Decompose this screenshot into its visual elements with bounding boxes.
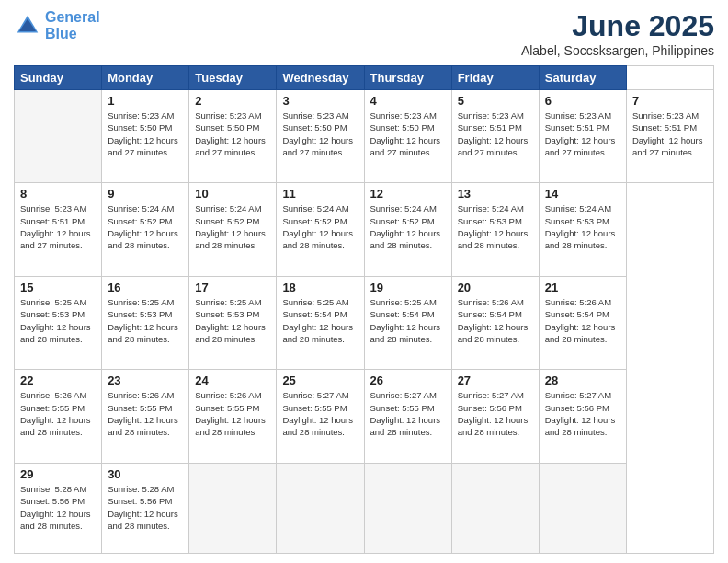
day-info: Sunrise: 5:23 AMSunset: 5:51 PMDaylight:… — [458, 109, 533, 158]
day-number: 25 — [282, 373, 358, 387]
day-number: 23 — [108, 373, 183, 387]
calendar-week-2: 15Sunrise: 5:25 AMSunset: 5:53 PMDayligh… — [15, 276, 714, 369]
day-number: 21 — [545, 281, 620, 294]
calendar-header-wednesday: Wednesday — [277, 66, 364, 90]
day-info: Sunrise: 5:27 AMSunset: 5:55 PMDaylight:… — [282, 389, 358, 438]
calendar-week-1: 8Sunrise: 5:23 AMSunset: 5:51 PMDaylight… — [15, 183, 714, 276]
calendar-cell: 1Sunrise: 5:23 AMSunset: 5:50 PMDaylight… — [102, 90, 189, 183]
day-info: Sunrise: 5:26 AMSunset: 5:55 PMDaylight:… — [108, 389, 183, 438]
day-number: 1 — [108, 94, 183, 108]
day-info: Sunrise: 5:27 AMSunset: 5:56 PMDaylight:… — [458, 389, 533, 438]
day-number: 16 — [108, 281, 183, 294]
day-info: Sunrise: 5:25 AMSunset: 5:53 PMDaylight:… — [195, 296, 270, 345]
calendar-cell: 13Sunrise: 5:24 AMSunset: 5:53 PMDayligh… — [451, 183, 539, 276]
day-number: 13 — [458, 187, 533, 201]
day-number: 22 — [20, 373, 96, 387]
day-number: 24 — [195, 373, 270, 387]
day-number: 28 — [545, 373, 620, 387]
day-number: 14 — [545, 187, 620, 201]
day-info: Sunrise: 5:26 AMSunset: 5:55 PMDaylight:… — [20, 389, 96, 438]
calendar-cell: 17Sunrise: 5:25 AMSunset: 5:53 PMDayligh… — [189, 276, 277, 369]
day-info: Sunrise: 5:24 AMSunset: 5:53 PMDaylight:… — [458, 202, 533, 251]
day-info: Sunrise: 5:23 AMSunset: 5:50 PMDaylight:… — [108, 109, 183, 158]
day-number: 18 — [282, 281, 358, 294]
day-info: Sunrise: 5:23 AMSunset: 5:51 PMDaylight:… — [20, 202, 96, 251]
day-info: Sunrise: 5:24 AMSunset: 5:52 PMDaylight:… — [108, 202, 183, 251]
calendar-cell: 14Sunrise: 5:24 AMSunset: 5:53 PMDayligh… — [539, 183, 626, 276]
calendar-cell: 11Sunrise: 5:24 AMSunset: 5:52 PMDayligh… — [277, 183, 364, 276]
day-number: 6 — [545, 94, 620, 108]
calendar-header-thursday: Thursday — [364, 66, 451, 90]
logo: General Blue — [14, 9, 100, 41]
day-number: 11 — [282, 187, 358, 201]
calendar-cell — [189, 463, 277, 553]
calendar-cell: 8Sunrise: 5:23 AMSunset: 5:51 PMDaylight… — [15, 183, 102, 276]
calendar-cell: 28Sunrise: 5:27 AMSunset: 5:56 PMDayligh… — [539, 370, 626, 463]
calendar-header-tuesday: Tuesday — [189, 66, 277, 90]
day-number: 20 — [458, 281, 533, 294]
calendar-header-monday: Monday — [102, 66, 189, 90]
calendar-cell: 22Sunrise: 5:26 AMSunset: 5:55 PMDayligh… — [15, 370, 102, 463]
calendar-cell: 29Sunrise: 5:28 AMSunset: 5:56 PMDayligh… — [15, 463, 102, 553]
day-info: Sunrise: 5:24 AMSunset: 5:52 PMDaylight:… — [370, 202, 446, 251]
day-info: Sunrise: 5:23 AMSunset: 5:50 PMDaylight:… — [370, 109, 446, 158]
calendar-header-saturday: Saturday — [539, 66, 626, 90]
day-number: 12 — [370, 187, 446, 201]
calendar-cell: 25Sunrise: 5:27 AMSunset: 5:55 PMDayligh… — [277, 370, 364, 463]
day-info: Sunrise: 5:28 AMSunset: 5:56 PMDaylight:… — [108, 483, 183, 532]
calendar-cell: 7Sunrise: 5:23 AMSunset: 5:51 PMDaylight… — [626, 90, 713, 183]
calendar-cell: 5Sunrise: 5:23 AMSunset: 5:51 PMDaylight… — [451, 90, 539, 183]
calendar-cell: 6Sunrise: 5:23 AMSunset: 5:51 PMDaylight… — [539, 90, 626, 183]
calendar-cell: 10Sunrise: 5:24 AMSunset: 5:52 PMDayligh… — [189, 183, 277, 276]
calendar-header-row: SundayMondayTuesdayWednesdayThursdayFrid… — [15, 66, 714, 90]
calendar-cell: 18Sunrise: 5:25 AMSunset: 5:54 PMDayligh… — [277, 276, 364, 369]
day-info: Sunrise: 5:25 AMSunset: 5:54 PMDaylight:… — [282, 296, 358, 345]
day-number: 26 — [370, 373, 446, 387]
day-info: Sunrise: 5:24 AMSunset: 5:53 PMDaylight:… — [545, 202, 620, 251]
calendar-week-0: 1Sunrise: 5:23 AMSunset: 5:50 PMDaylight… — [15, 90, 714, 183]
day-number: 9 — [108, 187, 183, 201]
day-info: Sunrise: 5:27 AMSunset: 5:56 PMDaylight:… — [545, 389, 620, 438]
calendar-table: SundayMondayTuesdayWednesdayThursdayFrid… — [14, 65, 714, 554]
day-info: Sunrise: 5:23 AMSunset: 5:50 PMDaylight:… — [282, 109, 358, 158]
day-number: 2 — [195, 94, 270, 108]
day-info: Sunrise: 5:24 AMSunset: 5:52 PMDaylight:… — [195, 202, 270, 251]
day-number: 7 — [632, 94, 708, 108]
header: General Blue June 2025 Alabel, Soccsksar… — [14, 9, 714, 58]
calendar-header-sunday: Sunday — [15, 66, 102, 90]
main-title: June 2025 — [521, 9, 714, 43]
calendar-cell: 21Sunrise: 5:26 AMSunset: 5:54 PMDayligh… — [539, 276, 626, 369]
logo-line2: Blue — [45, 26, 77, 41]
subtitle: Alabel, Soccsksargen, Philippines — [521, 43, 714, 58]
calendar-cell: 12Sunrise: 5:24 AMSunset: 5:52 PMDayligh… — [364, 183, 451, 276]
calendar-cell: 9Sunrise: 5:24 AMSunset: 5:52 PMDaylight… — [102, 183, 189, 276]
calendar-cell: 27Sunrise: 5:27 AMSunset: 5:56 PMDayligh… — [451, 370, 539, 463]
day-info: Sunrise: 5:27 AMSunset: 5:55 PMDaylight:… — [370, 389, 446, 438]
day-number: 19 — [370, 281, 446, 294]
calendar-cell: 16Sunrise: 5:25 AMSunset: 5:53 PMDayligh… — [102, 276, 189, 369]
calendar-header-friday: Friday — [451, 66, 539, 90]
day-info: Sunrise: 5:26 AMSunset: 5:54 PMDaylight:… — [545, 296, 620, 345]
calendar-cell: 2Sunrise: 5:23 AMSunset: 5:50 PMDaylight… — [189, 90, 277, 183]
day-number: 15 — [20, 281, 96, 294]
calendar-cell: 26Sunrise: 5:27 AMSunset: 5:55 PMDayligh… — [364, 370, 451, 463]
logo-line1: General — [45, 9, 100, 25]
day-number: 3 — [282, 94, 358, 108]
day-info: Sunrise: 5:23 AMSunset: 5:50 PMDaylight:… — [195, 109, 270, 158]
calendar-cell — [277, 463, 364, 553]
calendar-cell: 30Sunrise: 5:28 AMSunset: 5:56 PMDayligh… — [102, 463, 189, 553]
day-number: 10 — [195, 187, 270, 201]
day-number: 4 — [370, 94, 446, 108]
calendar-cell — [15, 90, 102, 183]
logo-text: General Blue — [45, 9, 100, 41]
calendar-cell: 4Sunrise: 5:23 AMSunset: 5:50 PMDaylight… — [364, 90, 451, 183]
day-info: Sunrise: 5:26 AMSunset: 5:54 PMDaylight:… — [458, 296, 533, 345]
calendar-cell: 23Sunrise: 5:26 AMSunset: 5:55 PMDayligh… — [102, 370, 189, 463]
calendar-cell: 19Sunrise: 5:25 AMSunset: 5:54 PMDayligh… — [364, 276, 451, 369]
day-number: 30 — [108, 467, 183, 481]
page: General Blue June 2025 Alabel, Soccsksar… — [0, 0, 728, 563]
day-number: 5 — [458, 94, 533, 108]
day-number: 29 — [20, 467, 96, 481]
calendar-week-4: 29Sunrise: 5:28 AMSunset: 5:56 PMDayligh… — [15, 463, 714, 553]
day-number: 8 — [20, 187, 96, 201]
